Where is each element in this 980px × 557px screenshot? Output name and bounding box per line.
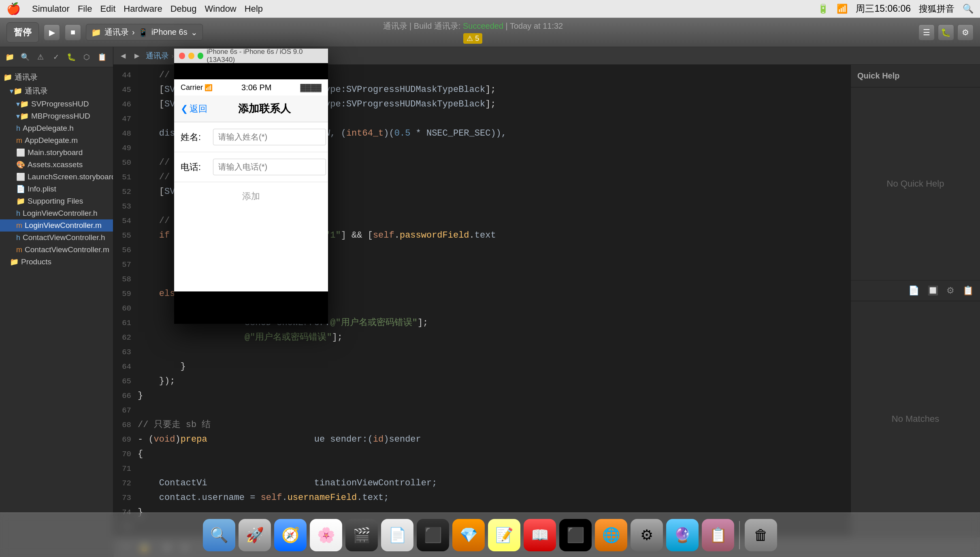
nav-tree: 📁 通讯录 ▾📁 通讯录 ▾📁 SVProgressHUD ▾📁 MBProgr… [0, 67, 113, 271]
nav-breakpoints-btn[interactable]: ⬡ [80, 51, 93, 64]
qh-icon2[interactable]: 🔲 [927, 285, 938, 296]
nav-item-launchscreen[interactable]: ⬜ LaunchScreen.storyboard [0, 171, 113, 183]
code-line-69: 69 - (void)prepa ue sender:(id)sender [113, 432, 850, 447]
dock-app5[interactable]: 🔮 [666, 519, 699, 551]
stop-button[interactable]: ■ [65, 24, 81, 40]
sim-close-btn[interactable] [179, 53, 185, 59]
menubar-time: 周三15:06:06 [856, 2, 911, 15]
code-line-72: 72 ContactVi tinationViewController; [113, 476, 850, 491]
add-contact-button[interactable]: 添加 [242, 190, 260, 202]
nav-item-loginvc-h[interactable]: h LoginViewController.h [0, 207, 113, 219]
chevron-down-icon: ⌄ [191, 28, 198, 37]
code-line-68: 68 // 只要走 sb 结 [113, 418, 850, 432]
warning-badge: ⚠ 5 [463, 33, 482, 44]
dock-app1[interactable]: 📖 [524, 519, 556, 551]
folder-icon: 📁 [16, 197, 25, 206]
phone-input[interactable] [213, 159, 326, 175]
back-arrow[interactable]: ◀ [117, 49, 130, 62]
dock-terminal[interactable]: ⬛ [417, 519, 449, 551]
nav-item-infoplist[interactable]: 📄 Info.plist [0, 183, 113, 195]
breadcrumb-folder[interactable]: 通讯录 [146, 51, 169, 61]
name-label: 姓名: [181, 131, 213, 143]
nav-item-products[interactable]: 📁 Products [0, 256, 113, 268]
code-line-71: 71 [113, 461, 850, 476]
dock-imovie[interactable]: 🎬 [345, 519, 378, 551]
menu-simulator[interactable]: Simulator [32, 4, 70, 14]
nav-item-assets[interactable]: 🎨 Assets.xcassets [0, 159, 113, 171]
sim-fullscreen-btn[interactable] [198, 53, 204, 59]
nav-item-appdelegate-m[interactable]: m AppDelegate.m [0, 134, 113, 147]
qh-icon3[interactable]: ⚙ [946, 285, 954, 296]
dock-safari[interactable]: 🧭 [274, 519, 307, 551]
xcode-toolbar: 暂停 ▶ ■ 📁 通讯录 › 📱 iPhone 6s ⌄ 通讯录 | Build… [0, 18, 980, 47]
nav-folder-btn[interactable]: 📁 [3, 51, 16, 64]
qh-icon4[interactable]: 📋 [963, 285, 974, 296]
nav-item-loginvc-m[interactable]: m LoginViewController.m [0, 219, 113, 232]
debug-toggle[interactable]: 🐛 [938, 24, 954, 40]
nav-report-btn[interactable]: 📋 [96, 51, 109, 64]
dock-app6[interactable]: 📋 [702, 519, 734, 551]
menu-file[interactable]: File [78, 4, 92, 14]
device-icon: 📱 [138, 28, 148, 37]
xcode-body: 📁 🔍 ⚠ ✓ 🐛 ⬡ 📋 📁 通讯录 ▾📁 通讯录 ▾📁 [0, 47, 980, 557]
assets-icon: 🎨 [16, 160, 25, 169]
menu-window[interactable]: Window [205, 4, 236, 14]
nav-issues-btn[interactable]: ⚠ [34, 51, 47, 64]
m-file-icon: m [16, 136, 22, 145]
qh-icon1[interactable]: 📄 [908, 285, 919, 296]
dock-photos[interactable]: 🌸 [310, 519, 342, 551]
nav-item-main-storyboard[interactable]: ⬜ Main.storyboard [0, 147, 113, 159]
dock-preview[interactable]: 📄 [381, 519, 413, 551]
menu-hardware[interactable]: Hardware [124, 4, 162, 14]
name-form-row: 姓名: [174, 122, 328, 152]
utilities-toggle[interactable]: ⚙ [957, 24, 974, 40]
dock-sketch[interactable]: 💎 [452, 519, 485, 551]
dock-launchpad[interactable]: 🚀 [239, 519, 271, 551]
nav-tests-btn[interactable]: ✓ [49, 51, 62, 64]
nav-label-loginvc-m: LoginViewController.m [25, 221, 102, 230]
nav-item-appdelegate-h[interactable]: h AppDelegate.h [0, 122, 113, 134]
menu-help[interactable]: Help [245, 4, 263, 14]
nav-debug-btn[interactable]: 🐛 [65, 51, 78, 64]
run-button[interactable]: ▶ [44, 24, 60, 40]
nav-source-btn[interactable]: 🔍 [19, 51, 32, 64]
scheme-label: 通讯录 [104, 27, 129, 38]
back-button[interactable]: ❮ 返回 [181, 103, 207, 115]
search-icon[interactable]: 🔍 [963, 4, 974, 14]
nav-label-loginvc-h: LoginViewController.h [23, 209, 98, 218]
name-input[interactable] [213, 129, 326, 145]
nav-item-contactvc-h[interactable]: h ContactViewController.h [0, 232, 113, 244]
menu-edit[interactable]: Edit [100, 4, 115, 14]
nav-item-svprogresshud[interactable]: ▾📁 SVProgressHUD [0, 98, 113, 110]
pause-button[interactable]: 暂停 [6, 22, 39, 43]
folder-icon: ▾📁 [16, 100, 29, 108]
dock-app3[interactable]: 🌐 [595, 519, 627, 551]
scheme-selector[interactable]: 📁 通讯录 › 📱 iPhone 6s ⌄ [86, 24, 203, 40]
nav-item-supporting[interactable]: 📁 Supporting Files [0, 195, 113, 207]
dock-finder[interactable]: 🔍 [203, 519, 235, 551]
input-method[interactable]: 搜狐拼音 [919, 3, 954, 15]
dock-notes[interactable]: 📝 [488, 519, 520, 551]
back-chevron-icon: ❮ [181, 104, 188, 114]
code-line-70: 70 { [113, 447, 850, 461]
dock-app4[interactable]: ⚙ [631, 519, 663, 551]
nav-label-infoplist: Info.plist [28, 185, 56, 193]
phone-form-row: 电话: [174, 152, 328, 182]
quick-help-icons: 📄 🔲 ⚙ 📋 [851, 280, 980, 301]
navigator-toggle[interactable]: ☰ [918, 24, 935, 40]
code-line-65: 65 }); [113, 374, 850, 389]
h-file-icon: h [16, 234, 20, 242]
nav-item-root[interactable]: 📁 通讯录 [0, 70, 113, 84]
dock-trash[interactable]: 🗑 [745, 519, 777, 551]
nav-item-mbprogresshud[interactable]: ▾📁 MBProgressHUD [0, 110, 113, 122]
sim-minimize-btn[interactable] [188, 53, 194, 59]
forward-arrow[interactable]: ▶ [130, 49, 143, 62]
scheme-icon: 📁 [91, 28, 101, 37]
dock-app2[interactable]: ⬛ [559, 519, 592, 551]
nav-label-supporting: Supporting Files [28, 197, 83, 206]
nav-item-tongxunlu[interactable]: ▾📁 通讯录 [0, 84, 113, 98]
apple-menu[interactable]: 🍎 [6, 2, 21, 15]
menu-debug[interactable]: Debug [170, 4, 197, 14]
nav-item-contactvc-m[interactable]: m ContactViewController.m [0, 244, 113, 256]
storyboard-icon: ⬜ [16, 172, 25, 181]
